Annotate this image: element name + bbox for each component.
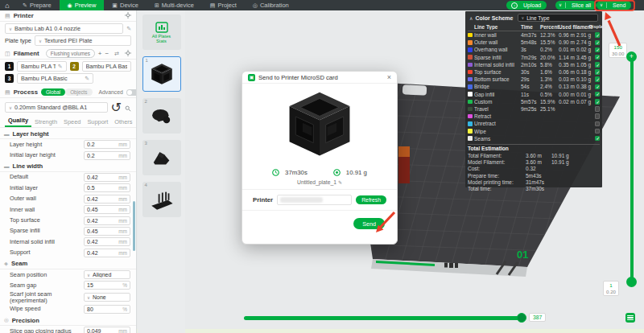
process-global-toggle[interactable]: Global bbox=[41, 88, 65, 96]
display-checkbox[interactable] bbox=[595, 121, 601, 127]
param-input[interactable]: 0.42mm bbox=[84, 237, 130, 246]
printer-address-input[interactable] bbox=[277, 195, 352, 205]
filament-3-select[interactable]: Bambu PLA Basic✎ bbox=[17, 73, 93, 84]
swap-filament-icon[interactable]: ⇄ bbox=[114, 51, 119, 57]
param-input[interactable]: 0.2mm bbox=[84, 140, 130, 149]
step-slider-track[interactable] bbox=[244, 316, 525, 320]
param-input[interactable]: 0.42mm bbox=[84, 173, 130, 182]
chevron-down-icon[interactable]: ∨ bbox=[597, 2, 607, 8]
edit-preset-icon[interactable]: ✎ bbox=[126, 26, 131, 32]
line-type-row: Bridge 54s 2.4% 0.13 m 0.38 g bbox=[468, 83, 600, 90]
param-input[interactable]: 0.42mm bbox=[84, 249, 130, 257]
display-checkbox[interactable] bbox=[595, 84, 601, 90]
tab-prepare[interactable]: ✎Prepare bbox=[14, 0, 60, 10]
total-row: Prepare time: 5m43s bbox=[468, 173, 600, 179]
refresh-button[interactable]: Refresh bbox=[356, 195, 386, 204]
param-input[interactable]: 0.049mm bbox=[84, 327, 130, 333]
home-button[interactable]: ⌂ bbox=[0, 0, 14, 10]
advanced-toggle[interactable] bbox=[126, 89, 137, 96]
process-objects-toggle[interactable]: Objects bbox=[65, 88, 92, 96]
collapse-icon[interactable]: ∧ bbox=[469, 15, 473, 21]
printer-select[interactable]: ∨ Bambu Lab A1 0.4 nozzle bbox=[5, 23, 123, 34]
param-input[interactable]: 0.45mm bbox=[84, 205, 130, 214]
target-icon: ◎ bbox=[253, 2, 258, 9]
param-input[interactable]: 80% bbox=[84, 305, 130, 314]
line-type-color-chip bbox=[468, 77, 473, 82]
filament-3-chip[interactable]: 3 bbox=[5, 74, 14, 83]
flushing-volumes-button[interactable]: Flushing volumes bbox=[46, 49, 95, 58]
param-input[interactable]: 0.5mm bbox=[84, 183, 130, 192]
total-row: Cost: 0.32 bbox=[468, 166, 600, 172]
plate-thumbnail-2[interactable]: 2 bbox=[142, 98, 181, 134]
tab-project[interactable]: ▤Project bbox=[202, 0, 245, 10]
tab-preview[interactable]: ◉Preview bbox=[60, 0, 105, 10]
tab-support[interactable]: Support bbox=[84, 118, 111, 127]
slice-all-button[interactable]: ∨ Slice all bbox=[555, 1, 597, 10]
display-checkbox[interactable] bbox=[595, 113, 601, 119]
slider-settings-icon[interactable] bbox=[625, 313, 635, 323]
display-checkbox[interactable] bbox=[595, 129, 601, 134]
edit-plate-name-icon[interactable]: ✎ bbox=[338, 180, 342, 185]
param-row: Support 0.42mm bbox=[0, 248, 136, 258]
display-checkbox[interactable] bbox=[595, 136, 601, 142]
filament-2-chip[interactable]: 2 bbox=[70, 62, 79, 71]
edit-filament-icon[interactable]: ✎ bbox=[58, 64, 63, 70]
param-input[interactable]: 15% bbox=[84, 281, 130, 290]
filament-1-select[interactable]: Bambu PLA Tough✎ bbox=[17, 61, 67, 72]
close-icon[interactable]: × bbox=[387, 74, 391, 81]
tab-multi-device[interactable]: ⊞Multi-device bbox=[147, 0, 202, 10]
tab-device[interactable]: ▣Device bbox=[104, 0, 147, 10]
line-type-color-chip bbox=[468, 107, 473, 112]
display-checkbox[interactable] bbox=[595, 32, 601, 38]
plate-thumbnail-3[interactable]: 3 bbox=[142, 140, 181, 175]
tab-speed[interactable]: Speed bbox=[60, 118, 84, 127]
line-type-color-chip bbox=[468, 70, 473, 75]
tab-calibration[interactable]: ◎Calibration bbox=[245, 0, 297, 10]
line-type-select[interactable]: ∨ Line Type bbox=[518, 14, 598, 22]
send-button[interactable]: ∨ Send bbox=[597, 1, 631, 10]
plate-thumbnail-4[interactable]: 4 bbox=[142, 182, 181, 217]
display-checkbox[interactable] bbox=[595, 55, 601, 60]
display-checkbox[interactable] bbox=[595, 92, 601, 97]
filament-settings-gear-icon[interactable] bbox=[125, 50, 131, 57]
reset-icon[interactable]: ↺ bbox=[111, 100, 122, 115]
filament-1-chip[interactable]: 1 bbox=[5, 62, 14, 71]
search-icon[interactable] bbox=[125, 101, 131, 115]
edit-filament-icon[interactable]: ✎ bbox=[85, 76, 89, 82]
home-icon: ⌂ bbox=[5, 2, 9, 10]
display-checkbox[interactable] bbox=[595, 69, 601, 75]
process-preset-select[interactable]: ∨ 0.20mm Standard @BBL A1 bbox=[5, 102, 108, 113]
chevron-down-icon[interactable]: ∨ bbox=[555, 2, 566, 8]
tab-quality[interactable]: Quality bbox=[5, 117, 31, 127]
param-input[interactable]: 0.42mm bbox=[84, 195, 130, 204]
remove-filament-button[interactable]: − bbox=[105, 51, 109, 57]
display-checkbox[interactable] bbox=[595, 47, 601, 53]
plate-list-strip: All PlatesStats 1 2 3 4 bbox=[138, 10, 185, 333]
param-input[interactable]: 0.45mm bbox=[84, 227, 130, 236]
display-checkbox[interactable] bbox=[595, 76, 601, 82]
param-input[interactable]: None bbox=[84, 293, 130, 302]
param-input[interactable]: Aligned bbox=[84, 270, 130, 279]
add-filament-button[interactable]: + bbox=[98, 51, 102, 57]
display-checkbox[interactable] bbox=[595, 106, 601, 112]
plate-type-select[interactable]: ∨ Textured PEI Plate bbox=[35, 35, 131, 46]
gear-icon[interactable] bbox=[125, 12, 131, 19]
all-plates-stats-button[interactable]: All PlatesStats bbox=[142, 14, 181, 50]
display-checkbox[interactable] bbox=[595, 62, 601, 68]
param-input[interactable]: 0.42mm bbox=[84, 216, 130, 225]
sidebar-scrollbar[interactable] bbox=[133, 201, 135, 251]
tab-strength[interactable]: Strength bbox=[31, 118, 60, 127]
layer-slider-track[interactable] bbox=[630, 56, 634, 283]
layer-slider-bottom-handle[interactable] bbox=[626, 277, 637, 287]
tab-others[interactable]: Others bbox=[111, 118, 135, 127]
display-checkbox[interactable] bbox=[595, 99, 601, 105]
upload-button[interactable]: ↑ Upload bbox=[506, 1, 547, 10]
step-slider-handle[interactable] bbox=[517, 313, 526, 323]
display-checkbox[interactable] bbox=[595, 40, 601, 46]
param-input[interactable]: 0.2mm bbox=[84, 151, 130, 160]
filament-2-select[interactable]: Bambu PLA Basic bbox=[82, 61, 132, 72]
plate-thumbnail-1[interactable]: 1 bbox=[142, 56, 181, 92]
layer-slider-top-handle[interactable]: + bbox=[626, 51, 637, 62]
line-type-row: Unretract bbox=[468, 120, 600, 127]
dialog-send-button[interactable]: Send bbox=[353, 218, 385, 229]
